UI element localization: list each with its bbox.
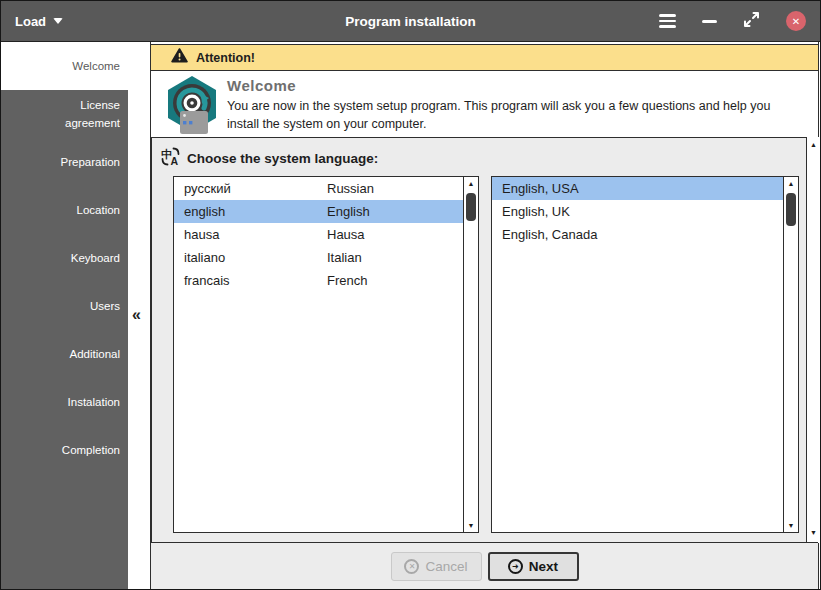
- language-native-name: francais: [184, 273, 327, 288]
- close-icon[interactable]: ✕: [786, 11, 806, 31]
- next-label: Next: [529, 559, 558, 574]
- sidebar-step-label: Location: [77, 201, 120, 219]
- scroll-down-icon[interactable]: ▼: [464, 522, 478, 529]
- installer-window: Load Program installation ✕ Welcome Lice: [0, 0, 821, 590]
- sidebar-gutter: «: [128, 42, 150, 589]
- welcome-header: Welcome You are now in the system setup …: [151, 71, 805, 137]
- attention-text: Attention!: [196, 51, 255, 65]
- language-heading: Choose the system language:: [187, 151, 378, 166]
- translate-icon: 中 A: [160, 146, 181, 171]
- page-description: You are now in the system setup program.…: [227, 97, 795, 133]
- scroll-up-icon[interactable]: ▲: [807, 141, 820, 148]
- language-native-name: italiano: [184, 250, 327, 265]
- language-row[interactable]: english English: [174, 200, 463, 223]
- language-row[interactable]: hausa Hausa: [174, 223, 463, 246]
- language-row[interactable]: italiano Italian: [174, 246, 463, 269]
- sidebar-step-item[interactable]: Users: [1, 282, 128, 330]
- sidebar-step-item[interactable]: Completion: [1, 426, 128, 474]
- maximize-icon[interactable]: [743, 11, 760, 32]
- sidebar-step-label: Welcome: [72, 57, 120, 75]
- sidebar-step-label: Completion: [62, 441, 120, 459]
- scroll-down-icon[interactable]: ▼: [807, 529, 820, 536]
- title-bar: Load Program installation ✕: [1, 1, 820, 42]
- cancel-label: Cancel: [425, 559, 467, 574]
- sidebar-step-item[interactable]: Instalation: [1, 378, 128, 426]
- locale-list: English, USA English, UK English, Canada…: [491, 176, 799, 533]
- locale-row[interactable]: English, USA: [492, 177, 783, 200]
- scroll-down-icon[interactable]: ▼: [784, 522, 798, 529]
- sidebar-step-label: Preparation: [61, 153, 120, 171]
- installer-logo-icon: [163, 74, 223, 140]
- sidebar-step-item[interactable]: Keyboard: [1, 234, 128, 282]
- locale-label: English, UK: [502, 204, 570, 219]
- language-english-name: Hausa: [327, 227, 365, 242]
- sidebar-step-item[interactable]: Location: [1, 186, 128, 234]
- window-controls: ✕: [659, 11, 820, 32]
- sidebar-step-label: Keyboard: [71, 249, 120, 267]
- scroll-up-icon[interactable]: ▲: [464, 180, 478, 187]
- language-list-scrollbar[interactable]: ▲ ▼: [463, 177, 478, 532]
- language-english-name: French: [327, 273, 367, 288]
- locale-list-scrollbar[interactable]: ▲ ▼: [783, 177, 798, 532]
- page-title: Welcome: [227, 77, 795, 94]
- steps-sidebar: Welcome License agreement Preparation Lo…: [1, 42, 128, 589]
- sidebar-step-item[interactable]: License agreement: [1, 90, 128, 138]
- locale-label: English, Canada: [502, 227, 597, 242]
- scrollbar-thumb[interactable]: [786, 193, 796, 226]
- hamburger-menu-icon[interactable]: [659, 14, 676, 28]
- cancel-circle-icon: ✕: [404, 559, 419, 574]
- language-english-name: English: [327, 204, 370, 219]
- locale-label: English, USA: [502, 181, 579, 196]
- language-rows: русский Russian english English hausa Ha…: [174, 177, 463, 532]
- language-english-name: Italian: [327, 250, 362, 265]
- load-menu-button[interactable]: Load: [1, 1, 77, 41]
- sidebar-step-label: License agreement: [29, 96, 120, 133]
- language-row[interactable]: francais French: [174, 269, 463, 292]
- language-list: русский Russian english English hausa Ha…: [173, 176, 479, 533]
- language-row[interactable]: русский Russian: [174, 177, 463, 200]
- sidebar-step-label: Additional: [69, 345, 120, 363]
- load-menu-label: Load: [15, 14, 46, 29]
- scrollbar-thumb[interactable]: [466, 193, 476, 221]
- language-native-name: hausa: [184, 227, 327, 242]
- cancel-button[interactable]: ✕ Cancel: [391, 552, 482, 581]
- language-native-name: english: [184, 204, 327, 219]
- language-section: 中 A Choose the system language: русский …: [151, 137, 807, 543]
- footer-bar: ✕ Cancel ➜ Next: [151, 542, 818, 589]
- attention-banner: Attention!: [151, 44, 818, 71]
- sidebar-step-item[interactable]: Welcome: [1, 42, 128, 90]
- main-panel: Attention! Welco: [150, 42, 819, 589]
- warning-icon: [171, 48, 188, 67]
- locale-row[interactable]: English, UK: [492, 200, 783, 223]
- sidebar-step-item[interactable]: Preparation: [1, 138, 128, 186]
- language-native-name: русский: [184, 181, 327, 196]
- locale-rows: English, USA English, UK English, Canada: [492, 177, 783, 532]
- minimize-icon[interactable]: [702, 20, 717, 23]
- language-english-name: Russian: [327, 181, 374, 196]
- window-title: Program installation: [345, 14, 476, 29]
- next-arrow-icon: ➜: [508, 559, 523, 574]
- locale-row[interactable]: English, Canada: [492, 223, 783, 246]
- sidebar-step-item[interactable]: Additional: [1, 330, 128, 378]
- caret-down-icon: [53, 18, 63, 24]
- scroll-up-icon[interactable]: ▲: [784, 180, 798, 187]
- next-button[interactable]: ➜ Next: [488, 552, 579, 581]
- svg-text:A: A: [171, 155, 179, 167]
- page-scrollbar[interactable]: ▲ ▼: [807, 137, 820, 543]
- language-heading-row: 中 A Choose the system language:: [152, 138, 806, 171]
- sidebar-step-label: Instalation: [68, 393, 120, 411]
- collapse-sidebar-icon[interactable]: «: [132, 306, 141, 324]
- sidebar-step-label: Users: [90, 297, 120, 315]
